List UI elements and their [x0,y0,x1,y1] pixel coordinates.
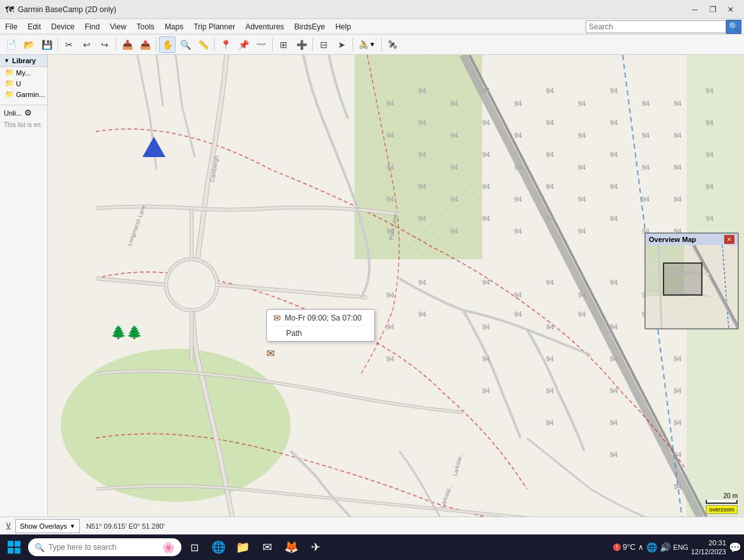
svg-text:94: 94 [450,195,459,203]
library-label: Library [12,57,36,64]
svg-text:94: 94 [546,387,554,395]
browser-button[interactable]: 🌐 [207,536,230,559]
task-view-button[interactable]: ⊡ [183,536,206,559]
firefox-button[interactable]: 🦊 [280,536,303,559]
waypoint-button[interactable]: 📍 [217,36,234,53]
language-indicator[interactable]: ENG [673,543,688,551]
svg-text:94: 94 [674,163,682,171]
library-header[interactable]: ▼ Library [0,55,47,67]
poi-marker[interactable]: ✉ [266,347,275,359]
svg-text:94: 94 [418,87,427,95]
svg-text:94: 94 [610,119,618,126]
show-overlays-dropdown[interactable]: Show Overlays ▼ [15,519,80,533]
title-bar: 🗺 Garmin BaseCamp (2D only) ─ ❐ ✕ [0,0,744,19]
svg-text:94: 94 [610,419,618,427]
measure-button[interactable]: 📏 [195,36,211,53]
svg-text:94: 94 [610,151,618,158]
weather-widget[interactable]: ! 9°C [613,543,635,552]
save-button[interactable]: 💾 [38,36,55,53]
svg-text:94: 94 [386,132,395,139]
mail-button[interactable]: ✉ [255,536,278,559]
search-input[interactable] [586,20,726,33]
svg-text:94: 94 [706,151,714,158]
taskbar-flower-icon: 🌸 [162,541,175,554]
fullscreen-button[interactable]: ⊟ [315,36,332,53]
overview-map-content[interactable] [646,245,738,328]
menu-trip-planner[interactable]: Trip Planner [188,19,240,34]
new-button[interactable]: 📄 [3,36,19,53]
minimize-button[interactable]: ─ [687,3,703,16]
satellite-button[interactable]: 🛰 [384,36,401,53]
gear-icon[interactable]: ⚙ [24,108,32,117]
menu-edit[interactable]: Edit [22,19,46,34]
notification-button[interactable]: 💬 [729,541,741,554]
track-button[interactable]: 〰 [253,36,270,53]
separator-2 [116,38,116,52]
menu-birdseye[interactable]: BirdsEye [289,19,330,34]
sidebar-item-u[interactable]: 📁 U [0,78,47,89]
explorer-button[interactable]: 📁 [231,536,254,559]
sidebar-item-garmin[interactable]: 📁 Garmin... [0,89,47,100]
svg-text:94: 94 [482,355,490,363]
waypoint-marker[interactable] [142,137,165,157]
show-hidden-icons-button[interactable]: ∧ [638,543,644,552]
menu-tools[interactable]: Tools [132,19,160,34]
navigate-button[interactable]: ➤ [333,36,350,53]
restore-button[interactable]: ❐ [704,3,721,16]
svg-text:94: 94 [546,419,554,427]
export-button[interactable]: 📤 [137,36,153,53]
svg-text:94: 94 [514,195,522,203]
scale-line [706,500,738,504]
route-button[interactable]: 📌 [235,36,252,53]
menu-adventures[interactable]: Adventures [240,19,289,34]
clock[interactable]: 20:31 12/12/2023 [691,538,726,557]
menu-find[interactable]: Find [80,19,105,34]
close-button[interactable]: ✕ [722,3,739,16]
title-bar-controls[interactable]: ─ ❐ ✕ [687,3,739,16]
overzoom-badge: overzoom [706,505,738,514]
svg-text:94: 94 [610,387,618,395]
cut-button[interactable]: ✂ [61,36,77,53]
menu-file[interactable]: File [0,19,22,34]
add-button[interactable]: ➕ [293,36,310,53]
svg-text:94: 94 [706,87,714,95]
volume-icon[interactable]: 🔊 [660,542,671,552]
separator-5 [272,38,273,52]
start-button[interactable] [3,536,26,559]
telegram-button[interactable]: ✈ [304,536,327,559]
map-area[interactable]: Cambergh Longmarsh Lane Park Lane Larksl… [48,55,744,517]
svg-text:94: 94 [482,119,490,126]
svg-text:94: 94 [610,451,618,458]
weather-temp: 9°C [623,543,635,552]
unli-bar: Unli... ⚙ [0,105,47,120]
redo-button[interactable]: ↪ [96,36,113,53]
menu-bar: File Edit Device Find View Tools Maps Tr… [0,19,744,34]
search-button[interactable]: 🔍 [726,20,741,34]
undo-button[interactable]: ↩ [79,36,95,53]
open-button[interactable]: 📂 [20,36,37,53]
svg-text:94: 94 [546,278,554,286]
cycling-dropdown[interactable]: 🚴▼ [356,36,379,53]
clock-time: 20:31 [691,538,726,547]
menu-view[interactable]: View [105,19,132,34]
menu-help[interactable]: Help [330,19,356,34]
svg-text:94: 94 [642,132,650,139]
svg-text:94: 94 [674,419,682,427]
filter-icon[interactable]: ⊻ [5,521,11,531]
separator-3 [156,38,156,52]
network-icon[interactable]: 🌐 [646,542,657,552]
menu-maps[interactable]: Maps [160,19,188,34]
taskbar-search-bar[interactable]: 🔍 🌸 [28,538,181,556]
svg-text:94: 94 [386,163,395,171]
pan-button[interactable]: ✋ [159,36,176,53]
taskbar-search-input[interactable] [49,543,158,552]
menu-device[interactable]: Device [46,19,80,34]
import-button[interactable]: 📥 [119,36,135,53]
svg-text:94: 94 [674,195,682,203]
zoom-button[interactable]: 🔍 [177,36,194,53]
overview-map-close-button[interactable]: ✕ [724,235,734,244]
svg-text:94: 94 [674,387,682,395]
sidebar-item-my[interactable]: 📁 My... [0,67,47,78]
select-button[interactable]: ⊞ [275,36,292,53]
svg-text:94: 94 [514,310,522,318]
